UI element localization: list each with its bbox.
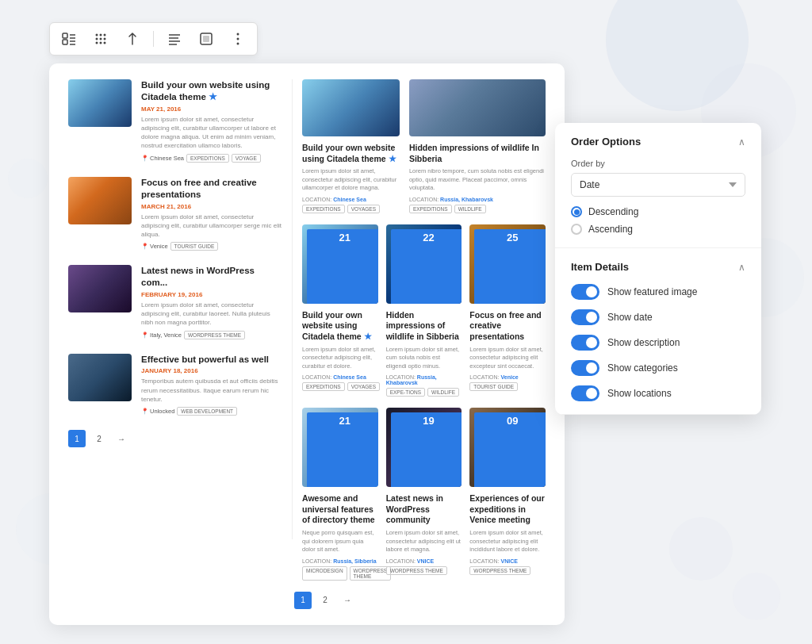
order-options-header: Order Options ∧: [571, 136, 745, 148]
show-locations-toggle[interactable]: Show locations: [571, 385, 745, 401]
main-card: Build your own website using Citadela th…: [49, 63, 565, 625]
page-1-button[interactable]: 1: [68, 430, 86, 447]
svg-point-11: [104, 38, 106, 40]
more-options-button[interactable]: [227, 28, 249, 50]
grid-card-image: 19 FEB 2016: [386, 408, 462, 487]
svg-point-9: [96, 38, 98, 40]
grid-card-location: LOCATION: Russia, Khabarovsk: [409, 197, 546, 202]
list-item-content: Build your own website using Citadela th…: [141, 79, 282, 163]
svg-rect-0: [63, 33, 67, 38]
show-featured-image-toggle[interactable]: Show featured image: [571, 284, 745, 300]
show-description-toggle[interactable]: Show description: [571, 335, 745, 351]
list-item-content: Focus on free and creative presentations…: [141, 177, 282, 251]
text-align-button[interactable]: [163, 28, 186, 50]
descending-radio-circle: [571, 206, 582, 217]
grid-card-tags: TOURIST GUIDE: [469, 382, 546, 391]
list-item-content: Effective but powerful as well January 1…: [141, 354, 282, 416]
categories-label: Show categories: [607, 362, 678, 374]
list-item-title[interactable]: Latest news in WordPress com...: [141, 265, 282, 289]
description-switch[interactable]: [571, 335, 599, 351]
square-button[interactable]: [195, 28, 217, 50]
grid-card-desc: Lorem ipsum dolor sit amet, consectetur …: [302, 167, 400, 193]
toolbar-divider: [153, 31, 154, 47]
arrows-button[interactable]: [121, 28, 144, 50]
svg-point-14: [104, 42, 106, 44]
grid-page-2-button[interactable]: 2: [316, 592, 334, 609]
grid-card-title[interactable]: Latest news in WordPress community: [386, 493, 462, 526]
grid-card-title[interactable]: Awesome and universal features of direct…: [302, 493, 378, 526]
grid-card-tags: EXPEDITIONS WILDLIFE: [409, 205, 546, 213]
grid-page-next-button[interactable]: →: [339, 592, 356, 609]
top-right-card: Hidden impressions of wildlife In Sibber…: [409, 79, 546, 213]
grid-card-title[interactable]: Hidden impressions of wildlife In Sibber…: [409, 143, 546, 164]
svg-point-10: [100, 38, 102, 40]
date-switch[interactable]: [571, 309, 599, 325]
grid-card-desc: Neque porro quisquam est, qui dolorem ip…: [302, 529, 378, 554]
grid-card-location: LOCATION: Venice: [469, 374, 546, 380]
grid-row-1: 21 MAY 2016 Build your own website using…: [302, 224, 546, 397]
ascending-label: Ascending: [588, 224, 633, 235]
top-row: Build your own website using Citadela th…: [302, 79, 546, 213]
list-item-title[interactable]: Build your own website using Citadela th…: [141, 79, 282, 103]
ascending-radio[interactable]: Ascending: [571, 224, 745, 235]
list-item-title[interactable]: Effective but powerful as well: [141, 354, 282, 366]
order-options-panel: Order Options ∧ Order by Date Title Auth…: [555, 123, 761, 415]
grid-card-title[interactable]: Experiences of our expeditions in Venice…: [469, 493, 546, 526]
svg-point-12: [96, 42, 98, 44]
list-item-desc: Lorem ipsum dolor sit amet, consectetur …: [141, 115, 282, 151]
grid-row-2: 21 MAR 2016 Awesome and universal featur…: [302, 408, 546, 580]
category-badge: EXPE-TIONS: [386, 388, 425, 397]
grid-card-location: LOCATION: Chinese Sea: [302, 197, 400, 202]
svg-point-13: [100, 42, 102, 44]
featured-image-switch[interactable]: [571, 284, 599, 300]
grid-page-1-button[interactable]: 1: [294, 592, 312, 609]
category-badge: TOURIST GUIDE: [469, 382, 518, 391]
grid-card-desc: Lorem ipsum dolor sit amet, consectetur …: [386, 529, 462, 554]
description-label: Show description: [607, 337, 680, 348]
order-by-select[interactable]: Date Title Author Comments: [571, 173, 745, 197]
category-badge: WILDLIFE: [427, 388, 459, 397]
date-badge: 25 MAR 2016: [474, 229, 546, 304]
grid-card-desc: Lorem nibro tempore, cum soluta nobis es…: [409, 167, 546, 193]
locations-switch[interactable]: [571, 385, 599, 401]
list-item-tags: 📍 Venice TOURIST GUIDE: [141, 242, 282, 251]
locations-label: Show locations: [607, 388, 672, 399]
list-item: Latest news in WordPress com... February…: [68, 265, 282, 339]
item-details-header: Item Details ∧: [571, 261, 745, 273]
list-item: Build your own website using Citadela th…: [68, 79, 282, 163]
show-date-toggle[interactable]: Show date: [571, 309, 745, 325]
list-item-title[interactable]: Focus on free and creative presentations: [141, 177, 282, 201]
grid-card-location: LOCATION: Russia, Sibberia: [302, 558, 378, 564]
show-categories-toggle[interactable]: Show categories: [571, 360, 745, 376]
grid-dots-button[interactable]: [90, 28, 112, 50]
svg-point-7: [100, 34, 102, 36]
grid-card-desc: Lorem ipsum dolor sit amet, consectetur …: [469, 346, 546, 371]
list-item-date: January 18, 2016: [141, 367, 282, 374]
item-details-section: Item Details ∧ Show featured image Show …: [555, 248, 761, 415]
grid-card-image: 25 MAR 2016: [469, 224, 546, 304]
grid-card-title[interactable]: Build your own website using Citadela th…: [302, 143, 400, 164]
list-view-button[interactable]: [58, 28, 80, 50]
item-details-chevron-icon[interactable]: ∧: [738, 262, 745, 273]
grid-card-title[interactable]: Focus on free and creative presentations: [469, 310, 546, 343]
grid-card: 19 FEB 2016 Latest news in WordPress com…: [386, 408, 462, 580]
list-item-tags: 📍 Italy, Venice WORDPRESS THEME: [141, 331, 282, 339]
page-2-button[interactable]: 2: [90, 430, 108, 447]
categories-switch[interactable]: [571, 360, 599, 376]
list-item-image: [68, 177, 132, 224]
category-badge: VOYAGES: [347, 205, 380, 213]
category-badge: MICRODESIGN: [302, 566, 347, 581]
grid-card-title[interactable]: Build your own website using Citadela th…: [302, 310, 378, 343]
top-left-image: [302, 79, 400, 136]
svg-point-22: [237, 38, 239, 40]
page-next-button[interactable]: →: [113, 430, 130, 447]
category-badge: WORDPRESS THEME: [184, 331, 245, 339]
grid-card-tags: EXPEDITIONS VOYAGES: [302, 205, 400, 213]
descending-label: Descending: [588, 206, 638, 217]
order-options-chevron-icon[interactable]: ∧: [738, 136, 745, 148]
descending-radio[interactable]: Descending: [571, 206, 745, 217]
list-item: Effective but powerful as well January 1…: [68, 354, 282, 416]
grid-card-title[interactable]: Hidden impressions of wildlife in Sibber…: [386, 310, 462, 343]
category-badge: VOYAGES: [347, 382, 380, 391]
list-item: Focus on free and creative presentations…: [68, 177, 282, 251]
